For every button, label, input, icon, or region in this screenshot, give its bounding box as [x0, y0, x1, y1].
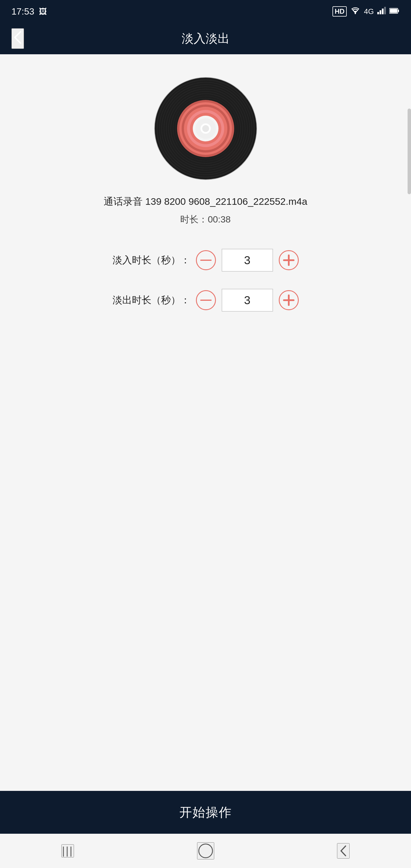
start-button[interactable]: 开始操作: [179, 804, 232, 821]
file-duration: 时长：00:38: [180, 213, 230, 226]
fade-in-input[interactable]: [222, 249, 273, 272]
status-bar: 17:53 🖼 HD 4G: [0, 0, 411, 23]
page-title: 淡入淡出: [182, 31, 230, 46]
svg-point-27: [202, 125, 209, 132]
svg-rect-7: [390, 9, 397, 13]
status-icons: HD 4G: [333, 6, 400, 17]
svg-point-0: [355, 12, 356, 14]
wifi-icon: [350, 6, 360, 17]
photo-icon: 🖼: [39, 7, 47, 16]
home-icon: [198, 843, 214, 859]
vinyl-record-image: [154, 77, 257, 180]
svg-rect-2: [380, 10, 381, 14]
svg-rect-34: [288, 294, 290, 306]
fade-in-label: 淡入时长（秒）：: [113, 254, 190, 267]
fade-out-input[interactable]: [222, 289, 273, 312]
fade-out-increment-button[interactable]: [279, 290, 299, 310]
svg-rect-35: [199, 844, 213, 858]
svg-rect-31: [288, 254, 290, 266]
system-menu-button[interactable]: |||: [61, 844, 74, 858]
fade-out-control: 淡出时长（秒）：: [17, 289, 394, 312]
system-nav: |||: [0, 834, 411, 868]
menu-icon: |||: [62, 845, 73, 857]
signal-bars-icon: [377, 7, 386, 16]
back-button[interactable]: [11, 28, 24, 49]
fade-in-control: 淡入时长（秒）：: [17, 249, 394, 272]
svg-rect-1: [377, 12, 379, 14]
fade-out-label: 淡出时长（秒）：: [113, 293, 190, 307]
fade-in-decrement-button[interactable]: [196, 250, 216, 270]
svg-rect-4: [384, 7, 386, 14]
signal-icon: 4G: [364, 7, 374, 16]
system-home-button[interactable]: [197, 842, 214, 860]
scrollbar[interactable]: [408, 108, 411, 194]
bottom-bar: 开始操作: [0, 791, 411, 834]
battery-icon: [389, 7, 400, 16]
hd-badge: HD: [333, 6, 347, 17]
svg-rect-32: [200, 300, 212, 301]
svg-rect-6: [398, 10, 399, 12]
svg-rect-3: [382, 8, 384, 14]
fade-in-increment-button[interactable]: [279, 250, 299, 270]
svg-rect-29: [200, 260, 212, 261]
fade-out-decrement-button[interactable]: [196, 290, 216, 310]
file-name: 通话录音 139 8200 9608_221106_222552.m4a: [104, 194, 307, 209]
nav-bar: 淡入淡出: [0, 23, 411, 54]
status-time: 17:53: [11, 6, 34, 17]
vinyl-record-container: [154, 77, 257, 180]
main-content: 通话录音 139 8200 9608_221106_222552.m4a 时长：…: [0, 54, 411, 791]
system-back-button[interactable]: [337, 843, 350, 859]
back-icon: [338, 844, 349, 858]
